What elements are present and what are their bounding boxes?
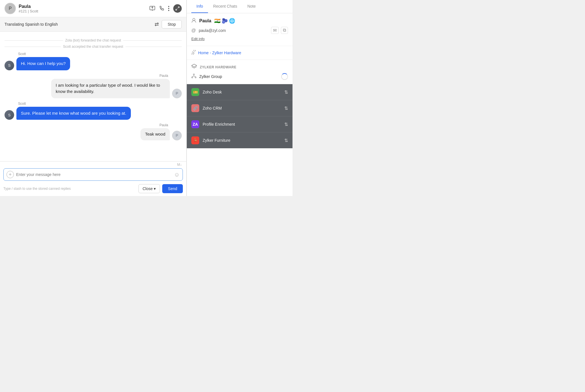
svg-point-13: [195, 77, 196, 78]
integration-item-zoho-crm[interactable]: 🔗 Zoho CRM ⇅: [187, 100, 292, 116]
message-bubble-2: I am looking for a particular type of wo…: [51, 79, 170, 98]
integration-left-profile-enrichment: ZA Profile Enrichment: [191, 120, 235, 128]
svg-point-5: [168, 8, 169, 9]
contact-section: Paula 🇮🇳 🫐 🌐 @ paula@zyl.com ✉ ⧉ Edit in…: [187, 13, 292, 46]
contact-agent: Scott: [30, 9, 38, 13]
chat-header: P Paula #121 | Scott: [0, 0, 186, 17]
translation-bar: Translating Spanish to English ⇄ Stop: [0, 17, 186, 32]
markdown-hint: M↓: [0, 162, 186, 167]
layers-icon: [191, 64, 197, 70]
profile-enrichment-label: Profile Enrichment: [203, 122, 235, 127]
integrations-section: 🎫 Zoho Desk ⇅ 🔗 Zoho CRM ⇅: [187, 84, 292, 148]
svg-point-6: [168, 10, 169, 11]
system-message-2: Scott accepted the chat transfer request: [5, 45, 182, 49]
footer-buttons: Close ▾ Send: [138, 184, 183, 193]
integration-zoho-crm: 🔗 Zoho CRM ⇅: [187, 100, 292, 116]
emoji-button[interactable]: ☺: [174, 171, 180, 178]
agent-avatar-2: S: [5, 110, 14, 120]
integration-left-zoho-crm: 🔗 Zoho CRM: [191, 104, 222, 112]
message-row-4: Teak wood P: [5, 128, 182, 140]
zylker-furniture-arrow-icon: ⇅: [284, 138, 288, 143]
svg-line-16: [194, 76, 196, 77]
zoho-desk-label: Zoho Desk: [203, 90, 222, 94]
input-footer: Type / slash to use the stored canned re…: [0, 182, 186, 196]
close-button[interactable]: Close ▾: [138, 184, 160, 193]
add-attachment-button[interactable]: +: [6, 171, 14, 178]
svg-point-4: [168, 6, 169, 7]
svg-marker-10: [192, 64, 197, 67]
group-name: Zylker Group: [199, 74, 222, 79]
icon-finder: 🫐: [222, 18, 228, 24]
sender-label-paula-1: Paula: [5, 74, 168, 78]
person-icon: [191, 18, 196, 24]
contact-meta: #121 | Scott: [19, 9, 147, 13]
send-email-button[interactable]: ✉: [271, 27, 279, 34]
tab-info[interactable]: Info: [191, 0, 208, 13]
expand-button[interactable]: [173, 4, 182, 13]
canned-hint: Type / slash to use the stored canned re…: [3, 187, 71, 191]
flag-india: 🇮🇳: [214, 18, 220, 24]
email-actions: ✉ ⧉: [271, 27, 288, 34]
message-row-1: S Hi. How can I help you?: [5, 57, 182, 70]
integration-item-zoho-desk[interactable]: 🎫 Zoho Desk ⇅: [187, 84, 292, 100]
zoho-desk-icon: 🎫: [191, 88, 199, 96]
header-icons: [150, 4, 182, 13]
company-name: ZYLKER HARDWARE: [200, 65, 237, 69]
contact-id: #121: [19, 9, 27, 13]
message-bubble-4: Teak wood: [140, 128, 170, 140]
email-row: @ paula@zyl.com ✉ ⧉: [191, 27, 288, 34]
contact-info: Paula #121 | Scott: [19, 4, 147, 13]
translation-text: Translating Spanish to English: [5, 22, 152, 27]
send-button[interactable]: Send: [162, 184, 183, 193]
integration-zylker-furniture: 🪑 Zylker Furniture ⇅: [187, 132, 292, 148]
message-bubble-3: Sure. Please let me know what wood are y…: [16, 107, 131, 120]
tab-recent-chats[interactable]: Recent Chats: [208, 0, 242, 13]
visitor-avatar-1: P: [172, 89, 182, 98]
info-panel: Info Recent Chats Note Paula 🇮🇳 🫐 🌐 @ pa…: [187, 0, 292, 196]
message-group-1: Scott S Hi. How can I help you?: [5, 52, 182, 70]
contact-name: Paula: [19, 4, 147, 9]
message-bubble-1: Hi. How can I help you?: [16, 57, 70, 70]
home-link[interactable]: Home - Zylker Hardware: [198, 51, 241, 55]
link-row: Home - Zylker Hardware: [191, 50, 288, 56]
integration-profile-enrichment: ZA Profile Enrichment ⇅: [187, 116, 292, 132]
company-row: ZYLKER HARDWARE: [191, 64, 288, 70]
integration-item-zylker-furniture[interactable]: 🪑 Zylker Furniture ⇅: [187, 132, 292, 148]
zoho-desk-arrow-icon: ⇅: [284, 90, 288, 95]
phone-icon[interactable]: [159, 6, 164, 11]
company-section: ZYLKER HARDWARE Zylker Group: [187, 60, 292, 84]
sender-label-paula-2: Paula: [5, 123, 168, 127]
link-icon: [191, 50, 196, 56]
message-group-3: Scott S Sure. Please let me know what wo…: [5, 102, 182, 120]
copy-email-button[interactable]: ⧉: [281, 27, 288, 34]
panel-tabs: Info Recent Chats Note: [187, 0, 292, 13]
zoho-crm-label: Zoho CRM: [203, 106, 222, 110]
avatar-initials: P: [9, 6, 12, 11]
sender-label-scott-2: Scott: [18, 102, 182, 106]
integration-left-zoho-desk: 🎫 Zoho Desk: [191, 88, 222, 96]
loading-spinner: [281, 73, 288, 80]
svg-point-11: [193, 74, 194, 75]
zoho-crm-icon: 🔗: [191, 104, 199, 112]
chat-panel: P Paula #121 | Scott: [0, 0, 187, 196]
zoho-crm-arrow-icon: ⇅: [284, 106, 288, 111]
tab-note[interactable]: Note: [242, 0, 261, 13]
close-chevron-icon: ▾: [154, 186, 156, 191]
translate-icon[interactable]: ⇄: [155, 21, 159, 27]
contact-avatar: P: [5, 3, 16, 14]
more-options-icon[interactable]: [168, 6, 169, 11]
edit-info-link[interactable]: Edit info: [191, 37, 205, 41]
share-screen-icon[interactable]: [150, 6, 155, 11]
system-message-1: Zola (bot) forwarded the chat request: [5, 38, 182, 42]
flag-icons: 🇮🇳 🫐 🌐: [214, 18, 235, 24]
visitor-avatar-2: P: [172, 131, 182, 140]
stop-button[interactable]: Stop: [162, 20, 182, 29]
profile-enrichment-arrow-icon: ⇅: [284, 122, 288, 127]
message-input[interactable]: [16, 172, 172, 177]
agent-avatar-1: S: [5, 61, 14, 70]
svg-line-15: [192, 76, 194, 77]
hierarchy-icon: [191, 74, 196, 79]
contact-name-info: Paula: [199, 18, 211, 23]
integration-item-profile-enrichment[interactable]: ZA Profile Enrichment ⇅: [187, 116, 292, 132]
link-section: Home - Zylker Hardware: [187, 46, 292, 60]
